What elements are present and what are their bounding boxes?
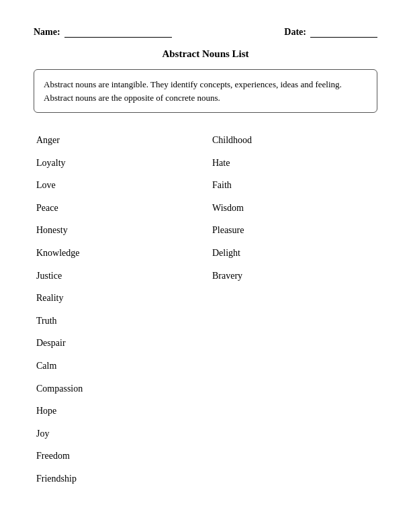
description-box: Abstract nouns are intangible. They iden… <box>34 69 377 113</box>
list-item: Faith <box>205 174 377 197</box>
list-item: Delight <box>205 242 377 265</box>
list-item: Compassion <box>34 378 205 400</box>
list-item: Truth <box>34 310 205 332</box>
name-label: Name: <box>34 27 60 38</box>
list-item: Love <box>34 174 205 197</box>
list-item: Bravery <box>205 265 377 287</box>
date-label: Date: <box>284 27 306 38</box>
list-item: Honesty <box>34 219 205 242</box>
list-item: Despair <box>34 332 205 355</box>
list-item: Hate <box>205 152 377 175</box>
list-item: Wisdom <box>205 197 377 220</box>
header-row: Name: Date: <box>34 27 377 38</box>
list-item: Justice <box>34 265 205 287</box>
list-item: Freedom <box>34 445 205 468</box>
list-item: Joy <box>34 423 205 445</box>
name-field: Name: <box>34 27 172 38</box>
list-item: Reality <box>34 287 205 310</box>
list-item: Loyalty <box>34 152 205 175</box>
list-item: Knowledge <box>34 242 205 265</box>
list-item: Anger <box>34 129 205 152</box>
date-input-line[interactable] <box>310 27 377 38</box>
list-item: Friendship <box>34 468 205 490</box>
nouns-right-column: ChildhoodHateFaithWisdomPleasureDelightB… <box>205 129 377 490</box>
nouns-left-column: AngerLoyaltyLovePeaceHonestyKnowledgeJus… <box>34 129 205 490</box>
nouns-container: AngerLoyaltyLovePeaceHonestyKnowledgeJus… <box>34 129 377 490</box>
date-field: Date: <box>284 27 377 38</box>
name-input-line[interactable] <box>64 27 172 38</box>
list-item: Childhood <box>205 129 377 152</box>
list-item: Peace <box>34 197 205 220</box>
list-item: Hope <box>34 400 205 423</box>
page-title: Abstract Nouns List <box>34 48 377 60</box>
list-item: Calm <box>34 355 205 378</box>
list-item: Pleasure <box>205 219 377 242</box>
